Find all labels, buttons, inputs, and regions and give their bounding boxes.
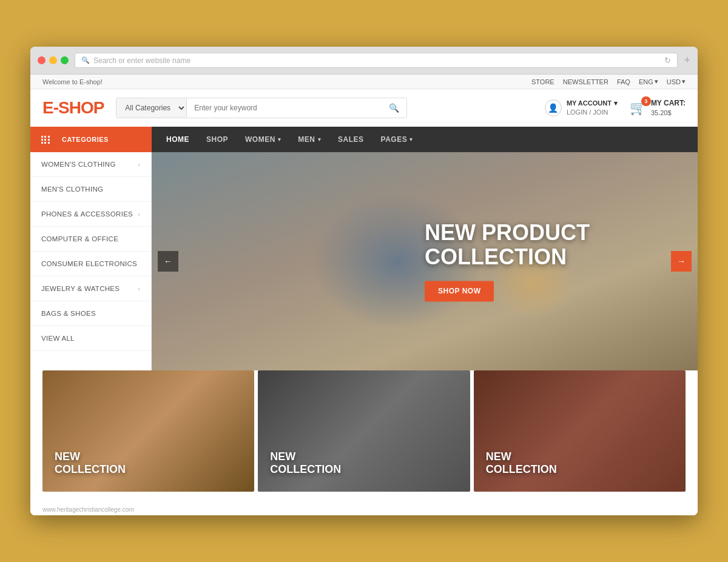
new-tab-button[interactable]: +: [684, 54, 690, 67]
shop-now-button[interactable]: SHOP NOW: [425, 281, 494, 302]
currency-dropdown[interactable]: USD ▾: [667, 78, 686, 85]
categories-label: CATEGORIES: [62, 136, 109, 143]
hero-content: NEW PRODUCT COLLECTION SHOP NOW: [425, 221, 590, 301]
sidebar: WOMEN'S CLOTHING › MEN'S CLOTHING PHONES…: [30, 152, 152, 370]
grid-menu-icon: [41, 136, 50, 144]
jewelry-arrow-icon: ›: [138, 286, 140, 292]
language-dropdown[interactable]: ENG ▾: [639, 78, 658, 85]
logo-e: E-: [42, 98, 58, 117]
nav-bar: CATEGORIES HOME SHOP WOMEN ▾ MEN ▾ SALES…: [30, 127, 698, 152]
search-icon: 🔍: [81, 56, 90, 64]
nav-home[interactable]: HOME: [158, 127, 198, 152]
hero-title: NEW PRODUCT COLLECTION: [425, 221, 590, 269]
promo-label-2: NEW COLLECTION: [270, 450, 341, 477]
account-label: MY ACCOUNT ▾: [567, 99, 618, 108]
cart-text: MY CART: 35.20$: [651, 98, 686, 118]
nav-sales[interactable]: SALES: [329, 127, 372, 152]
account-text: MY ACCOUNT ▾ LOGIN / JOIN: [567, 99, 618, 118]
cart-count-badge: 3: [641, 96, 651, 106]
refresh-icon[interactable]: ↻: [664, 56, 671, 65]
phones-arrow-icon: ›: [138, 211, 140, 218]
promo-card-2[interactable]: NEW COLLECTION: [258, 370, 470, 492]
top-bar: Welcome to E-shop! STORE NEWSLETTER FAQ …: [30, 75, 698, 89]
newsletter-link[interactable]: NEWSLETTER: [563, 78, 608, 85]
address-bar[interactable]: 🔍 Search or enter website name ↻: [75, 53, 678, 68]
user-icon: 👤: [545, 99, 562, 116]
sidebar-item-consumer-electronics[interactable]: CONSUMER ELECTRONICS: [30, 252, 151, 276]
sidebar-item-bags-shoes[interactable]: BAGS & SHOES: [30, 301, 151, 326]
faq-link[interactable]: FAQ: [617, 78, 630, 85]
hero-next-button[interactable]: →: [671, 251, 692, 272]
search-area: All Categories 🔍: [116, 98, 407, 118]
logo[interactable]: E-SHOP: [42, 98, 104, 118]
sidebar-item-mens-clothing[interactable]: MEN'S CLOTHING: [30, 177, 151, 202]
promo-card-1[interactable]: NEW COLLECTION: [42, 370, 254, 492]
account-chevron-icon: ▾: [614, 99, 618, 108]
sidebar-item-computer[interactable]: COMPUTER & OFFICE: [30, 227, 151, 252]
categories-button[interactable]: CATEGORIES: [30, 127, 152, 152]
pages-chevron-icon: ▾: [410, 136, 413, 142]
login-join-link[interactable]: LOGIN / JOIN: [567, 109, 608, 116]
lang-chevron-icon: ▾: [655, 78, 658, 85]
promo-label-3: NEW COLLECTION: [486, 450, 557, 477]
cart-amount: 35.20$: [651, 109, 672, 116]
nav-pages[interactable]: PAGES ▾: [372, 127, 422, 152]
category-select[interactable]: All Categories: [116, 98, 187, 118]
sidebar-item-phones[interactable]: PHONES & ACCESSORIES ›: [30, 202, 151, 227]
nav-men[interactable]: MEN ▾: [289, 127, 329, 152]
footer-url: www.heritagechristiancollege.com: [30, 504, 698, 515]
promo-card-3[interactable]: NEW COLLECTION: [474, 370, 686, 492]
main-navigation: HOME SHOP WOMEN ▾ MEN ▾ SALES PAGES ▾: [152, 127, 428, 152]
store-link[interactable]: STORE: [531, 78, 554, 85]
maximize-dot[interactable]: [61, 56, 69, 64]
promo-section: NEW COLLECTION NEW COLLECTION NEW COLLEC…: [30, 370, 698, 504]
cart-section[interactable]: 🛒 3 MY CART: 35.20$: [630, 98, 686, 118]
welcome-text: Welcome to E-shop!: [42, 78, 103, 85]
logo-shop: SHOP: [58, 98, 104, 117]
minimize-dot[interactable]: [49, 56, 57, 64]
close-dot[interactable]: [38, 56, 46, 64]
nav-women[interactable]: WOMEN ▾: [237, 127, 289, 152]
sidebar-item-jewelry[interactable]: JEWELRY & WATCHES ›: [30, 276, 151, 301]
currency-chevron-icon: ▾: [682, 78, 686, 85]
address-text: Search or enter website name: [93, 56, 190, 65]
search-input[interactable]: [187, 99, 382, 117]
search-button[interactable]: 🔍: [382, 98, 406, 118]
account-section[interactable]: 👤 MY ACCOUNT ▾ LOGIN / JOIN: [545, 99, 618, 118]
sidebar-item-womens-clothing[interactable]: WOMEN'S CLOTHING ›: [30, 152, 151, 177]
hero-slider: NEW PRODUCT COLLECTION SHOP NOW ← →: [152, 152, 698, 370]
hero-prev-button[interactable]: ←: [158, 251, 178, 272]
cart-label: MY CART:: [651, 99, 686, 107]
content-area: WOMEN'S CLOTHING › MEN'S CLOTHING PHONES…: [30, 152, 698, 370]
men-chevron-icon: ▾: [318, 136, 322, 142]
promo-label-1: NEW COLLECTION: [55, 450, 126, 477]
sidebar-item-view-all[interactable]: VIEW ALL: [30, 326, 151, 351]
women-chevron-icon: ▾: [278, 136, 281, 142]
womens-arrow-icon: ›: [138, 161, 140, 168]
nav-shop[interactable]: SHOP: [198, 127, 237, 152]
site-header: E-SHOP All Categories 🔍 👤 MY ACCOUNT ▾: [30, 89, 698, 127]
